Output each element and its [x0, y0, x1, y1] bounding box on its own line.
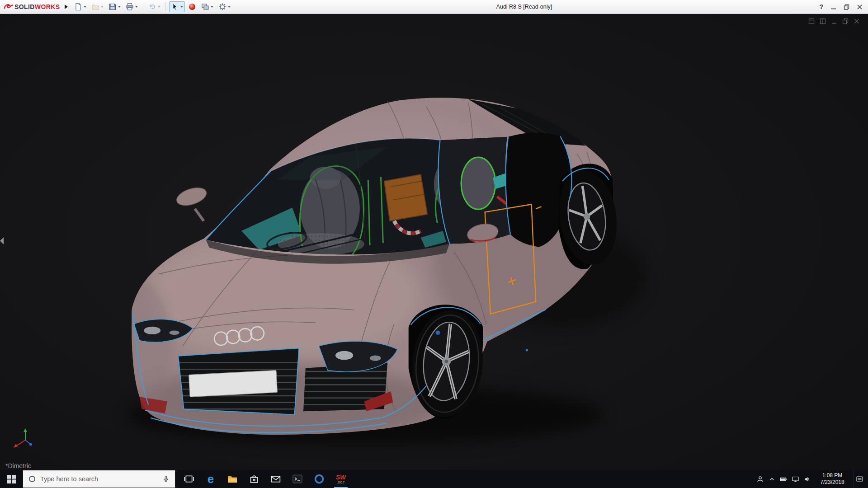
mail-button[interactable]	[265, 470, 287, 488]
doc-new-window-button[interactable]	[808, 18, 815, 24]
doc-split-button[interactable]	[820, 18, 826, 24]
toolbar-separator	[165, 2, 166, 11]
edge-button[interactable]: e	[200, 470, 222, 488]
taskbar-apps: e	[178, 470, 352, 488]
maximize-button[interactable]	[844, 4, 849, 10]
system-tray: 1:08 PM 7/23/2018	[756, 470, 868, 488]
open-button[interactable]	[90, 1, 105, 12]
ds-logo-icon	[4, 3, 14, 11]
document-window-controls	[808, 18, 860, 24]
action-center-button[interactable]	[854, 470, 867, 488]
tray-expand-chevron-icon[interactable]	[768, 475, 776, 483]
file-explorer-button[interactable]	[222, 470, 243, 488]
people-icon[interactable]	[756, 475, 764, 483]
mail-envelope-icon	[270, 474, 281, 484]
dropdown-chevron-icon	[84, 6, 86, 8]
car-model-render	[0, 14, 868, 470]
media-app-button[interactable]	[308, 470, 330, 488]
options-button[interactable]	[217, 1, 232, 12]
dropdown-chevron-icon	[118, 6, 121, 8]
cortana-icon	[28, 475, 36, 483]
solidworks-logo: SOLIDWORKS	[0, 3, 62, 11]
folder-icon	[227, 474, 238, 484]
toolbar-separator	[143, 2, 143, 11]
graphics-viewport[interactable]: *Dimetric	[0, 14, 868, 470]
flyout-arrow-icon	[65, 5, 68, 9]
doc-minimize-button[interactable]	[831, 18, 837, 24]
select-tool-button[interactable]	[169, 1, 185, 12]
stray-vertex-point	[526, 349, 528, 351]
microphone-icon[interactable]	[162, 475, 170, 483]
task-view-button[interactable]	[178, 470, 200, 488]
window-controls: ?	[816, 3, 868, 10]
new-document-icon	[74, 3, 82, 11]
undo-button[interactable]	[146, 1, 162, 12]
display-style-icon	[201, 3, 209, 11]
solidworks-app-button[interactable]: SW 2017	[330, 470, 352, 488]
windows-logo-icon	[7, 475, 16, 483]
orientation-triad[interactable]	[10, 427, 36, 455]
select-cursor-icon	[171, 3, 179, 11]
store-bag-icon	[249, 474, 259, 484]
save-button[interactable]	[107, 1, 123, 12]
dropdown-chevron-icon	[228, 6, 231, 8]
edge-icon: e	[208, 473, 214, 485]
battery-icon[interactable]	[780, 475, 788, 483]
appearance-sphere-icon	[188, 3, 196, 11]
taskbar-clock[interactable]: 1:08 PM 7/23/2018	[815, 472, 849, 486]
clock-time: 1:08 PM	[815, 472, 849, 479]
dropdown-chevron-icon	[211, 6, 213, 8]
blue-ring-icon	[314, 474, 325, 484]
notification-icon	[856, 475, 863, 483]
display-icon[interactable]	[792, 475, 799, 483]
doc-close-button[interactable]	[854, 18, 860, 24]
new-document-button[interactable]	[72, 1, 88, 12]
brand-name: SOLIDWORKS	[14, 3, 60, 10]
start-button[interactable]	[0, 470, 23, 488]
undo-icon	[148, 3, 156, 11]
print-button[interactable]	[124, 1, 140, 12]
titlebar: SOLIDWORKS	[0, 0, 868, 14]
minimize-button[interactable]	[830, 4, 836, 10]
doc-restore-button[interactable]	[842, 18, 849, 24]
taskbar-search[interactable]	[23, 470, 175, 488]
clock-date: 7/23/2018	[815, 479, 849, 486]
close-button[interactable]	[857, 4, 863, 10]
dropdown-chevron-icon	[180, 6, 183, 8]
save-icon	[108, 3, 117, 11]
license-plate	[189, 370, 278, 397]
speaker-icon[interactable]	[803, 475, 811, 483]
search-input[interactable]	[40, 475, 157, 483]
standard-toolbar	[72, 1, 232, 12]
display-style-button[interactable]	[199, 1, 215, 12]
help-button[interactable]: ?	[819, 3, 823, 10]
dropdown-chevron-icon	[101, 6, 104, 8]
menu-flyout-button[interactable]	[62, 2, 70, 11]
view-orientation-label: *Dimetric	[5, 462, 31, 469]
taskbar: e	[0, 470, 868, 488]
store-button[interactable]	[243, 470, 265, 488]
task-view-icon	[184, 474, 194, 484]
window-title: Audi R8 S [Read-only]	[232, 4, 816, 10]
appearance-button[interactable]	[186, 1, 198, 12]
dropdown-chevron-icon	[158, 6, 160, 8]
console-icon	[292, 474, 303, 484]
open-folder-icon	[91, 3, 99, 11]
gear-icon	[218, 3, 226, 11]
print-icon	[126, 3, 134, 11]
dropdown-chevron-icon	[135, 6, 138, 8]
panel-collapse-arrow[interactable]	[0, 237, 4, 244]
console-button[interactable]	[287, 470, 308, 488]
solidworks-app-icon: SW 2017	[336, 474, 346, 484]
